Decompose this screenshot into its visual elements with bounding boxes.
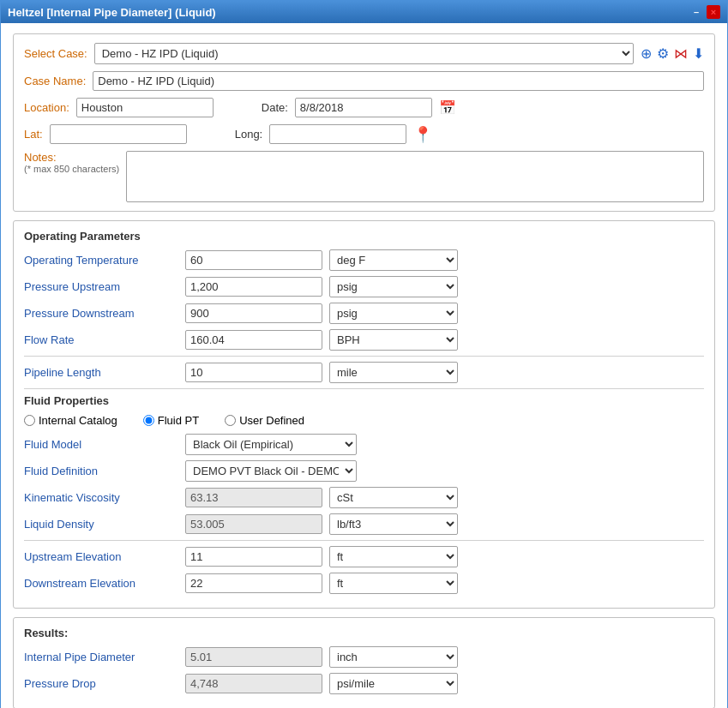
downstream-elev-input[interactable] (185, 573, 322, 593)
notes-textarea[interactable] (126, 151, 704, 202)
radio-fluid-pt-label: Fluid PT (158, 414, 199, 427)
location-label: Location: (24, 101, 69, 114)
select-case-row: Select Case: Demo - HZ IPD (Liquid) ⊕ ⚙ … (24, 43, 704, 64)
radio-fluid-pt-input[interactable] (143, 415, 154, 426)
pressure-down-label: Pressure Downstream (24, 307, 178, 320)
pipeline-input[interactable] (185, 363, 322, 382)
fluid-def-row: Fluid Definition DEMO PVT Black Oil - DE… (24, 460, 704, 482)
fluid-model-select[interactable]: Black Oil (Empirical) Black Oil (Standin… (185, 434, 357, 455)
select-case-controls: Demo - HZ IPD (Liquid) ⊕ ⚙ ⋈ ⬇ (94, 43, 704, 64)
fluid-props-section: Fluid Properties Internal Catalog Fluid … (24, 394, 704, 594)
pipeline-row: Pipeline Length mile ft km m (24, 362, 704, 383)
lat-input[interactable] (50, 124, 187, 144)
case-icon-group: ⊕ ⚙ ⋈ ⬇ (641, 45, 704, 62)
fluid-def-select[interactable]: DEMO PVT Black Oil - DEMO (185, 460, 357, 482)
operating-params-title: Operating Parameters (24, 230, 704, 243)
radio-user-input[interactable] (225, 415, 236, 426)
ipd-row: Internal Pipe Diameter inch mm cm (24, 646, 704, 668)
upstream-elev-unit-select[interactable]: ft m (329, 546, 458, 567)
radio-user-defined[interactable]: User Defined (225, 414, 304, 427)
pressure-drop-label: Pressure Drop (24, 677, 178, 690)
pressure-up-label: Pressure Upstream (24, 280, 178, 293)
downstream-elev-row: Downstream Elevation ft m (24, 573, 704, 594)
case-name-input[interactable] (93, 71, 704, 91)
ipd-label: Internal Pipe Diameter (24, 651, 178, 663)
map-pin-icon[interactable]: 📍 (413, 125, 432, 144)
calendar-icon[interactable]: 📅 (439, 99, 456, 116)
settings-icon[interactable]: ⚙ (657, 45, 669, 62)
upstream-elev-input[interactable] (185, 547, 322, 567)
notes-row: Notes: (* max 850 characters) (24, 151, 704, 202)
main-content: Select Case: Demo - HZ IPD (Liquid) ⊕ ⚙ … (1, 23, 727, 708)
flow-row: Flow Rate BPH GPM MMSCFD (24, 329, 704, 351)
long-label: Long: (235, 128, 263, 141)
radio-internal-label: Internal Catalog (39, 414, 117, 427)
kinematic-input (185, 488, 322, 507)
fluid-props-title: Fluid Properties (24, 394, 704, 407)
main-window: Heltzel [Internal Pipe Diameter] (Liquid… (0, 0, 728, 708)
add-case-icon[interactable]: ⊕ (641, 45, 652, 62)
temp-input[interactable] (185, 250, 322, 270)
window-title: Heltzel [Internal Pipe Diameter] (Liquid… (8, 6, 216, 19)
location-input[interactable] (76, 98, 214, 117)
lat-label: Lat: (24, 128, 43, 141)
fluid-radio-row: Internal Catalog Fluid PT User Defined (24, 414, 704, 427)
liquid-density-unit-select[interactable]: lb/ft3 kg/m3 (329, 513, 458, 535)
downstream-elev-label: Downstream Elevation (24, 577, 178, 590)
radio-fluid-pt[interactable]: Fluid PT (143, 414, 199, 427)
date-label: Date: (262, 101, 288, 114)
temp-label: Operating Temperature (24, 254, 178, 267)
kinematic-label: Kinematic Viscosity (24, 491, 178, 504)
liquid-density-label: Liquid Density (24, 518, 178, 531)
results-title: Results: (24, 627, 704, 639)
downstream-elev-unit-select[interactable]: ft m (329, 573, 458, 594)
case-name-row: Case Name: (24, 71, 704, 91)
kinematic-unit-select[interactable]: cSt cp (329, 487, 458, 508)
liquid-density-input (185, 514, 322, 534)
operating-params-section: Operating Parameters Operating Temperatu… (13, 220, 715, 609)
fluid-model-row: Fluid Model Black Oil (Empirical) Black … (24, 434, 704, 455)
pressure-up-row: Pressure Upstream psig psia bar kPa (24, 276, 704, 297)
flow-unit-select[interactable]: BPH GPM MMSCFD (329, 329, 458, 351)
upstream-elev-row: Upstream Elevation ft m (24, 546, 704, 567)
lat-long-row: Lat: Long: 📍 (24, 124, 704, 144)
pressure-drop-row: Pressure Drop psi/mile kPa/km bar/km (24, 673, 704, 694)
download-icon[interactable]: ⬇ (693, 45, 704, 62)
minimize-button[interactable]: – (689, 5, 703, 19)
pressure-drop-unit-select[interactable]: psi/mile kPa/km bar/km (329, 673, 458, 694)
flow-input[interactable] (185, 330, 322, 350)
radio-internal-input[interactable] (24, 415, 35, 426)
notes-sublabel: (* max 850 characters) (24, 164, 119, 174)
liquid-density-row: Liquid Density lb/ft3 kg/m3 (24, 513, 704, 535)
pressure-up-unit-select[interactable]: psig psia bar kPa (329, 276, 458, 297)
case-name-label: Case Name: (24, 75, 86, 87)
fluid-model-label: Fluid Model (24, 438, 178, 451)
kinematic-row: Kinematic Viscosity cSt cp (24, 487, 704, 508)
date-input[interactable] (295, 98, 432, 117)
select-case-dropdown[interactable]: Demo - HZ IPD (Liquid) (94, 43, 634, 64)
share-icon[interactable]: ⋈ (674, 45, 688, 62)
ipd-input (185, 647, 322, 667)
pipeline-unit-select[interactable]: mile ft km m (329, 362, 458, 383)
temp-unit-select[interactable]: deg F deg C (329, 249, 458, 271)
info-section: Select Case: Demo - HZ IPD (Liquid) ⊕ ⚙ … (13, 33, 715, 212)
notes-label: Notes: (24, 151, 119, 164)
pipeline-label: Pipeline Length (24, 366, 178, 379)
pressure-down-unit-select[interactable]: psig psia bar kPa (329, 303, 458, 324)
close-button[interactable]: × (707, 5, 720, 19)
upstream-elev-label: Upstream Elevation (24, 550, 178, 563)
radio-user-label: User Defined (239, 414, 304, 427)
radio-internal-catalog[interactable]: Internal Catalog (24, 414, 117, 427)
temp-row: Operating Temperature deg F deg C (24, 249, 704, 271)
select-case-label: Select Case: (24, 47, 87, 60)
pressure-up-input[interactable] (185, 277, 322, 297)
location-date-row: Location: Date: 📅 (24, 98, 704, 117)
notes-label-block: Notes: (* max 850 characters) (24, 151, 119, 174)
long-input[interactable] (269, 124, 406, 144)
ipd-unit-select[interactable]: inch mm cm (329, 646, 458, 668)
window-controls: – × (689, 5, 720, 19)
pressure-drop-input (185, 674, 322, 693)
pressure-down-input[interactable] (185, 303, 322, 323)
pressure-down-row: Pressure Downstream psig psia bar kPa (24, 303, 704, 324)
title-bar: Heltzel [Internal Pipe Diameter] (Liquid… (1, 1, 727, 23)
